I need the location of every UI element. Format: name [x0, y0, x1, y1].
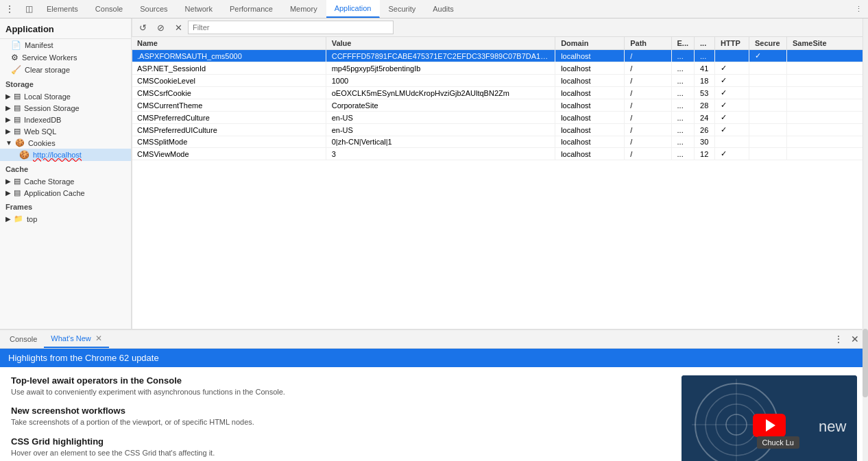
- main-container: Application 📄 Manifest ⚙ Service Workers…: [0, 18, 868, 329]
- tab-memory[interactable]: Memory: [282, 0, 326, 18]
- service-workers-icon: ⚙: [11, 53, 19, 62]
- bottom-tab-whats-new[interactable]: What's New ✕: [44, 330, 108, 348]
- stop-button[interactable]: ⊘: [152, 20, 169, 35]
- local-storage-icon: ▤: [14, 92, 21, 101]
- tab-audits[interactable]: Audits: [424, 0, 463, 18]
- feature-css-grid-desc: Hover over an element to see the CSS Gri…: [11, 448, 671, 458]
- bottom-tab-bar: Console What's New ✕ ⋮ ✕: [0, 330, 868, 349]
- refresh-button[interactable]: ↺: [134, 20, 151, 35]
- sidebar-item-label: top: [27, 215, 37, 223]
- table-row[interactable]: CMSCookieLevel1000localhost/...18✓: [132, 75, 863, 87]
- close-whats-new-button[interactable]: ✕: [95, 334, 102, 343]
- cookie-icon: 🍪: [19, 150, 29, 160]
- sidebar-item-label: Application Cache: [24, 189, 85, 197]
- col-size[interactable]: ...: [695, 37, 715, 50]
- clear-storage-icon: 🧹: [11, 65, 21, 75]
- content-area: ↺ ⊘ ✕ Name Value Domain Path E... ... HT…: [132, 18, 863, 329]
- tab-console[interactable]: Console: [87, 0, 132, 18]
- sidebar-item-localhost[interactable]: 🍪 http://localhost: [0, 149, 131, 161]
- tab-elements[interactable]: Elements: [38, 0, 87, 18]
- devtools-pin-button[interactable]: ◫: [19, 4, 38, 14]
- col-value[interactable]: Value: [326, 37, 555, 50]
- clear-button[interactable]: ✕: [170, 20, 186, 35]
- table-row[interactable]: CMSViewMode3localhost/...12✓: [132, 148, 863, 160]
- sidebar-item-label: Session Storage: [24, 104, 80, 112]
- sidebar-item-label: Clear storage: [25, 66, 70, 74]
- sidebar-item-session-storage[interactable]: ▶ ▤ Session Storage: [0, 102, 131, 114]
- sidebar-item-cache-storage[interactable]: ▶ ▤ Cache Storage: [0, 175, 131, 187]
- sidebar-item-clear-storage[interactable]: 🧹 Clear storage: [0, 64, 131, 76]
- web-sql-icon: ▤: [14, 127, 21, 136]
- sidebar-content: Application 📄 Manifest ⚙ Service Workers…: [0, 18, 132, 329]
- devtools-tab-bar: ⋮ ◫ Elements Console Sources Network Per…: [0, 0, 868, 18]
- sidebar-scrollbar[interactable]: [132, 18, 132, 329]
- table-row[interactable]: ASP.NET_SessionIdmp45pgxyp5jt5robentingI…: [132, 62, 863, 75]
- table-row[interactable]: CMSPreferredCultureen-USlocalhost/...24✓: [132, 112, 863, 124]
- sidebar-item-label: Web SQL: [24, 127, 57, 136]
- sidebar-item-label: Manifest: [25, 41, 53, 49]
- cache-storage-icon: ▤: [14, 177, 21, 186]
- tab-performance[interactable]: Performance: [221, 0, 282, 18]
- tab-network[interactable]: Network: [177, 0, 221, 18]
- devtools-more-tabs[interactable]: ⋮: [849, 5, 868, 14]
- expand-icon: ▶: [5, 92, 11, 100]
- bottom-content: Top-level await operators in the Console…: [0, 367, 868, 461]
- col-secure[interactable]: Secure: [749, 37, 787, 50]
- sidebar-localhost-label: http://localhost: [33, 151, 82, 159]
- app-cache-icon: ▤: [14, 188, 21, 197]
- table-row[interactable]: CMSCsrfCookieoEOXCLK5mESynLMUdcKropHvziG…: [132, 87, 863, 99]
- table-row[interactable]: CMSCurrentThemeCorporateSitelocalhost/..…: [132, 99, 863, 112]
- expand-icon: ▶: [5, 177, 11, 185]
- table-row[interactable]: CMSSplitMode0|zh-CN|Vertical|1localhost/…: [132, 136, 863, 148]
- tab-application[interactable]: Application: [326, 0, 381, 18]
- sidebar: Application 📄 Manifest ⚙ Service Workers…: [0, 18, 132, 329]
- feature-screenshot-title: New screenshot workflows: [11, 406, 671, 416]
- session-storage-icon: ▤: [14, 103, 21, 112]
- tooltip-chuck-lu: Chuck Lu: [757, 436, 799, 449]
- expand-icon: ▶: [5, 104, 11, 112]
- expand-icon: ▶: [5, 215, 11, 223]
- sidebar-item-cookies-group[interactable]: ▼ 🍪 Cookies: [0, 137, 131, 149]
- col-expires[interactable]: E...: [671, 37, 695, 50]
- table-row[interactable]: .ASPXFORMSAUTH_cms5000CCFFFFD57891FCABE4…: [132, 50, 863, 62]
- col-http[interactable]: HTTP: [715, 37, 749, 50]
- tab-security[interactable]: Security: [380, 0, 424, 18]
- bottom-close-button[interactable]: ✕: [847, 332, 863, 347]
- feature-screenshot-desc: Take screenshots of a portion of the vie…: [11, 417, 671, 427]
- sidebar-item-manifest[interactable]: 📄 Manifest: [0, 39, 131, 51]
- sidebar-item-indexeddb[interactable]: ▶ ▤ IndexedDB: [0, 114, 131, 125]
- filter-input[interactable]: [188, 21, 394, 34]
- frames-section-header: Frames: [0, 199, 131, 213]
- col-domain[interactable]: Domain: [555, 37, 625, 50]
- cookie-table: Name Value Domain Path E... ... HTTP Sec…: [132, 37, 863, 329]
- sidebar-item-service-workers[interactable]: ⚙ Service Workers: [0, 51, 131, 64]
- bottom-scrollbar[interactable]: [863, 367, 868, 461]
- sidebar-item-web-sql[interactable]: ▶ ▤ Web SQL: [0, 125, 131, 137]
- tab-sources[interactable]: Sources: [132, 0, 176, 18]
- feature-css-grid-title: CSS Grid highlighting: [11, 436, 671, 447]
- sidebar-item-local-storage[interactable]: ▶ ▤ Local Storage: [0, 90, 131, 102]
- content-toolbar: ↺ ⊘ ✕: [132, 18, 863, 37]
- col-path[interactable]: Path: [625, 37, 671, 50]
- col-samesite[interactable]: SameSite: [787, 37, 863, 50]
- expand-icon: ▶: [5, 127, 11, 135]
- bottom-tab-whats-new-label: What's New: [51, 334, 91, 342]
- bottom-tab-console[interactable]: Console: [3, 330, 44, 348]
- indexeddb-icon: ▤: [14, 115, 21, 124]
- play-button[interactable]: [753, 414, 786, 437]
- sidebar-item-top-frame[interactable]: ▶ 📁 top: [0, 213, 131, 225]
- features-list: Top-level await operators in the Console…: [11, 375, 671, 461]
- expand-icon: ▼: [5, 139, 12, 147]
- expand-icon: ▶: [5, 189, 11, 197]
- content-scrollbar[interactable]: [863, 18, 868, 329]
- sidebar-item-label: Cookies: [28, 139, 56, 147]
- play-triangle-icon: [766, 419, 775, 432]
- sidebar-item-app-cache[interactable]: ▶ ▤ Application Cache: [0, 187, 131, 199]
- devtools-menu-button[interactable]: ⋮: [0, 3, 19, 14]
- cookies-group-icon: 🍪: [15, 138, 25, 147]
- tooltip-text: Chuck Lu: [762, 438, 794, 447]
- col-name[interactable]: Name: [132, 37, 326, 50]
- cache-section-header: Cache: [0, 161, 131, 175]
- bottom-more-options[interactable]: ⋮: [831, 332, 846, 347]
- table-row[interactable]: CMSPreferredUICultureen-USlocalhost/...2…: [132, 124, 863, 136]
